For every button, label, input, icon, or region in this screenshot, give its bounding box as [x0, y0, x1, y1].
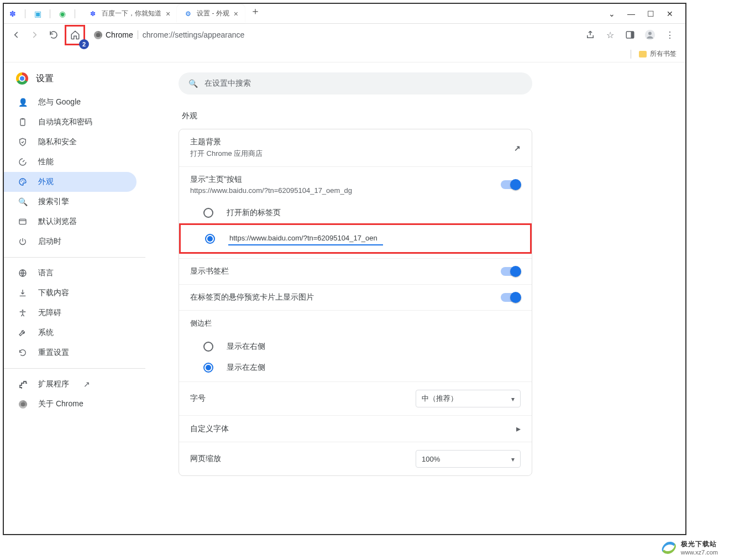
wrench-icon	[17, 328, 28, 337]
profile-icon[interactable]	[644, 29, 655, 41]
svg-rect-1	[631, 32, 634, 38]
gear-icon: ⚙	[183, 9, 192, 18]
palette-icon	[17, 177, 28, 186]
theme-sub: 打开 Chrome 应用商店	[190, 149, 263, 159]
search-icon: 🔍	[17, 197, 28, 206]
tab-title: 设置 - 外观	[197, 9, 229, 18]
hover-cards-label: 在标签页的悬停预览卡片上显示图片	[190, 292, 314, 302]
watermark-logo-icon	[659, 541, 678, 555]
radio-icon-checked	[203, 363, 213, 373]
ext-icon-2[interactable]: ▣	[33, 9, 42, 18]
tab-baidu[interactable]: ✽ 百度一下，你就知道 ×	[82, 4, 177, 23]
chrome-logo-icon	[16, 72, 28, 85]
sidepanel-radio-right[interactable]: 显示在右侧	[179, 336, 532, 357]
row-fontsize: 字号 中（推荐）	[179, 381, 532, 415]
reload-button[interactable]	[46, 27, 61, 43]
sidebar-item-appearance[interactable]: 外观	[4, 172, 137, 192]
home-button-label: 显示"主页"按钮	[190, 175, 352, 185]
svg-rect-9	[19, 219, 26, 224]
chrome-chip-label: Chrome	[106, 30, 133, 39]
accessibility-icon	[17, 308, 28, 317]
url-text: chrome://settings/appearance	[143, 30, 244, 39]
watermark-url: www.xz7.com	[681, 549, 718, 556]
bookmark-star-icon[interactable]: ☆	[605, 30, 616, 40]
row-customfont[interactable]: 自定义字体	[179, 415, 532, 442]
omnibox[interactable]: Chrome chrome://settings/appearance	[94, 27, 244, 43]
sidebar-item-default-browser[interactable]: 默认浏览器	[4, 212, 137, 232]
share-icon[interactable]	[585, 30, 596, 40]
home-button-toggle[interactable]	[501, 180, 521, 189]
sidebar-item-downloads[interactable]: 下载内容	[4, 283, 137, 303]
fontsize-label: 字号	[190, 394, 206, 404]
sidebar-item-privacy[interactable]: 隐私和安全	[4, 132, 137, 152]
sidebar-item-search[interactable]: 🔍搜索引擎	[4, 192, 137, 212]
reset-icon	[17, 348, 28, 357]
home-radio-newtab[interactable]: 打开新的标签页	[179, 202, 532, 223]
radio-label: 显示在右侧	[227, 342, 265, 352]
dropdown-value: 100%	[422, 455, 440, 463]
row-theme[interactable]: 主题背景 打开 Chrome 应用商店	[179, 129, 532, 166]
chevron-down-icon[interactable]: ⌄	[609, 9, 615, 18]
dropdown-value: 中（推荐）	[422, 394, 458, 404]
globe-icon	[17, 269, 28, 278]
appearance-card: 主题背景 打开 Chrome 应用商店 显示"主页"按钮 https://www…	[179, 129, 532, 476]
settings-main: 🔍 在设置中搜索 外观 主题背景 打开 Chrome 应用商店 显示"主页"按钮…	[145, 62, 685, 534]
settings-search-input[interactable]: 🔍 在设置中搜索	[179, 72, 532, 95]
home-url-input[interactable]	[228, 232, 383, 245]
bookmarks-bar: 所有书签	[4, 46, 685, 62]
sidepanel-radio-left[interactable]: 显示在左侧	[179, 357, 532, 381]
row-home-button: 显示"主页"按钮 https://www.baidu.com/?tn=62095…	[179, 166, 532, 202]
close-icon[interactable]: ×	[234, 9, 238, 18]
search-placeholder: 在设置中搜索	[204, 78, 251, 88]
close-icon[interactable]: ×	[166, 9, 170, 18]
baidu-favicon: ✽	[88, 9, 97, 18]
sidebar-item-performance[interactable]: 性能	[4, 152, 137, 172]
svg-rect-5	[22, 118, 24, 120]
bookmarks-bar-label: 显示书签栏	[190, 266, 229, 276]
folder-icon	[639, 51, 647, 57]
fontsize-dropdown[interactable]: 中（推荐）	[416, 390, 521, 407]
close-window-icon[interactable]: ✕	[667, 9, 673, 18]
search-icon: 🔍	[188, 79, 198, 88]
sidebar-item-language[interactable]: 语言	[4, 263, 137, 283]
radio-icon-checked[interactable]	[205, 234, 215, 244]
sidebar-item-extensions[interactable]: 扩展程序↗	[4, 374, 137, 394]
sidebar-item-you-google[interactable]: 👤您与 Google	[4, 92, 137, 112]
settings-title: 设置	[36, 73, 54, 85]
sidebar-item-about[interactable]: 关于 Chrome	[4, 394, 137, 414]
svg-point-3	[648, 32, 652, 35]
hover-cards-toggle[interactable]	[501, 293, 521, 302]
tab-settings[interactable]: ⚙ 设置 - 外观 ×	[177, 4, 245, 23]
back-button[interactable]	[8, 27, 24, 43]
annotation-home-highlight: 2	[65, 25, 85, 45]
sidebar-item-system[interactable]: 系统	[4, 323, 137, 343]
sidebar-item-startup[interactable]: 启动时	[4, 232, 137, 252]
maximize-icon[interactable]: ☐	[647, 9, 654, 18]
all-bookmarks-link[interactable]: 所有书签	[650, 49, 676, 59]
toolbar: 2 Chrome chrome://settings/appearance ☆ …	[4, 24, 685, 46]
ext-icon-1[interactable]: ✽	[8, 9, 17, 18]
open-external-icon	[514, 144, 521, 153]
minimize-icon[interactable]: —	[627, 9, 635, 18]
settings-sidebar: 设置 👤您与 Google 自动填充和密码 隐私和安全 性能 外观 🔍搜索引擎 …	[4, 62, 145, 534]
sidebar-item-reset[interactable]: 重置设置	[4, 343, 137, 363]
sidepanel-label: 侧边栏	[190, 318, 212, 328]
svg-point-8	[24, 181, 25, 182]
watermark-title: 极光下载站	[681, 540, 718, 549]
zoom-label: 网页缩放	[190, 454, 221, 464]
pinned-extensions: ✽ ▣ ◉	[8, 9, 77, 18]
bookmarks-bar-toggle[interactable]	[501, 267, 521, 276]
radio-label: 显示在左侧	[227, 363, 265, 373]
window-icon	[17, 217, 28, 226]
new-tab-button[interactable]: ＋	[245, 4, 266, 23]
forward-button[interactable]	[27, 27, 43, 43]
sidebar-item-autofill[interactable]: 自动填充和密码	[4, 112, 137, 132]
window-controls: ⌄ — ☐ ✕	[609, 9, 681, 18]
zoom-dropdown[interactable]: 100%	[416, 450, 521, 468]
tab-title: 百度一下，你就知道	[102, 9, 161, 18]
shield-icon	[17, 138, 28, 146]
sidepanel-icon[interactable]	[625, 30, 636, 40]
ext-icon-3[interactable]: ◉	[58, 9, 67, 18]
sidebar-item-accessibility[interactable]: 无障碍	[4, 303, 137, 323]
menu-dots-icon[interactable]: ⋮	[664, 30, 675, 40]
